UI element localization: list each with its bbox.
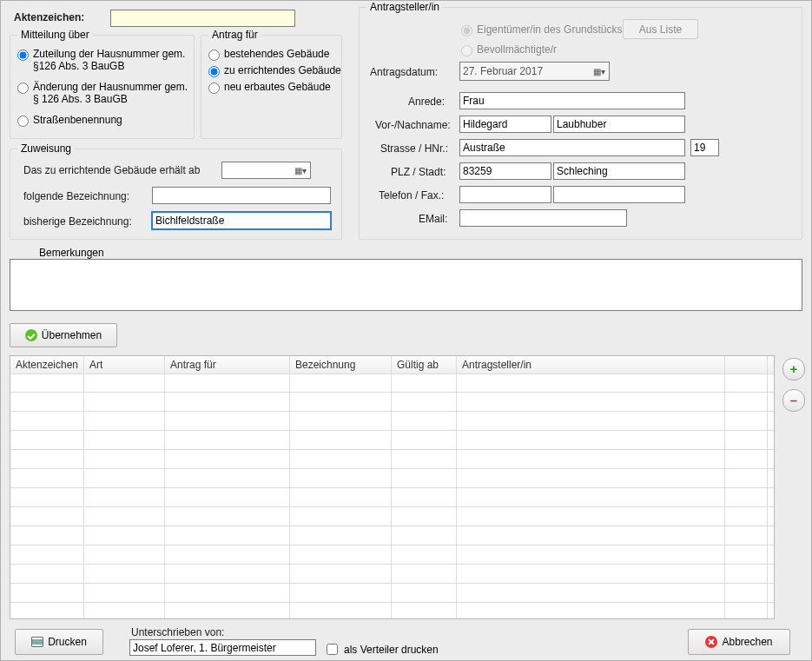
mitteilung-option-1-label: Änderung der Hausnummer gem. § 126 Abs. … — [33, 81, 189, 105]
plus-icon: + — [790, 361, 798, 376]
telefon-input[interactable] — [459, 186, 551, 203]
als-verteiler-check[interactable]: als Verteiler drucken — [323, 641, 439, 658]
antragfuer-option-1-label: zu errichtendes Gebäude — [224, 64, 341, 76]
als-verteiler-label: als Verteiler drucken — [344, 644, 439, 656]
radio-mitteilung-2[interactable] — [17, 116, 29, 127]
group-antragfuer: Antrag für bestehendes Gebäude zu errich… — [201, 35, 342, 139]
zuweisung-folgende-input[interactable] — [152, 187, 331, 204]
table-row[interactable] — [10, 393, 774, 412]
aktenzeichen-input[interactable] — [110, 10, 295, 27]
email-label: EMail: — [419, 213, 447, 225]
drucken-button[interactable]: Drucken — [15, 629, 103, 655]
aus-liste-button-label: Aus Liste — [639, 23, 682, 36]
group-zuweisung-legend: Zuweisung — [17, 142, 75, 155]
add-row-button[interactable]: + — [782, 358, 805, 380]
radio-mitteilung-1[interactable] — [17, 83, 29, 94]
table-row[interactable] — [10, 469, 774, 488]
plz-input[interactable] — [459, 162, 551, 180]
radio-mitteilung-0[interactable] — [17, 50, 29, 61]
printer-icon — [31, 637, 43, 647]
stadt-input[interactable] — [553, 162, 685, 180]
radio-antragfuer-0[interactable] — [208, 50, 220, 61]
cancel-icon — [705, 636, 717, 648]
group-bemerkungen-legend: Bemerkungen — [36, 247, 108, 259]
group-bemerkungen: Bemerkungen — [10, 248, 802, 316]
form-root: Aktenzeichen: Mitteilung über Zuteilung … — [0, 0, 812, 661]
antragfuer-option-0-label: bestehendes Gebäude — [224, 48, 329, 60]
grid-header-antragfuer[interactable]: Antrag für — [165, 356, 290, 373]
abbrechen-button[interactable]: Abbrechen — [688, 629, 790, 655]
table-row[interactable] — [10, 526, 774, 545]
aktenzeichen-label: Aktenzeichen: — [14, 11, 84, 23]
radio-antragfuer-1[interactable] — [208, 66, 220, 77]
strasse-input[interactable] — [459, 139, 685, 156]
role-option-0-label: Eigentümer/in des Grundstücks — [477, 23, 622, 36]
name-label: Vor-/Nachname: — [375, 119, 451, 131]
calendar-dropdown-icon[interactable]: ▦▾ — [294, 163, 307, 177]
table-row[interactable] — [10, 431, 774, 450]
grid-header-gueltigab[interactable]: Gültig ab — [392, 356, 457, 373]
abbrechen-button-label: Abbrechen — [722, 636, 772, 648]
uebernehmen-button-label: Übernehmen — [42, 329, 102, 341]
radio-role-0 — [461, 25, 472, 36]
drucken-button-label: Drucken — [48, 636, 87, 648]
antragsdatum-value: 27. Februar 2017 — [463, 65, 543, 77]
antragfuer-option-2[interactable]: neu erbautes Gebäude — [208, 81, 341, 94]
fax-input[interactable] — [553, 186, 685, 203]
table-row[interactable] — [10, 488, 774, 507]
antragsdatum-picker[interactable]: 27. Februar 2017 ▦▾ — [459, 62, 610, 81]
grid-header-bezeichnung[interactable]: Bezeichnung — [290, 356, 392, 373]
grid-header-aktenzeichen[interactable]: Aktenzeichen — [10, 356, 84, 373]
unterzeichner-input[interactable] — [129, 639, 316, 656]
table-row[interactable] — [10, 450, 774, 469]
group-mitteilung-legend: Mitteilung über — [17, 29, 93, 41]
plz-label: PLZ / Stadt: — [391, 166, 446, 178]
zuweisung-date-picker[interactable]: ▦▾ — [221, 162, 311, 179]
grid-header: Aktenzeichen Art Antrag für Bezeichnung … — [10, 356, 774, 374]
antragsdatum-label: Antragsdatum: — [370, 66, 438, 78]
hnr-input[interactable] — [690, 139, 719, 156]
bemerkungen-textarea[interactable] — [10, 259, 802, 311]
table-row[interactable] — [10, 373, 774, 393]
radio-antragfuer-2[interactable] — [208, 83, 220, 94]
zuweisung-line2-label: folgende Bezeichnung: — [23, 190, 129, 202]
strasse-label: Strasse / HNr.: — [380, 142, 448, 155]
aus-liste-button: Aus Liste — [623, 19, 698, 39]
grid-header-antragsteller[interactable]: Antragsteller/in — [457, 356, 725, 373]
anrede-input[interactable] — [459, 92, 685, 109]
group-antragsteller-legend: Antragsteller/in — [366, 1, 443, 13]
table-row[interactable] — [10, 507, 774, 526]
mitteilung-option-0-label: Zuteilung der Hausnummer gem. §126 Abs. … — [33, 48, 189, 72]
group-antragfuer-legend: Antrag für — [208, 29, 261, 41]
table-row[interactable] — [10, 412, 774, 431]
grid-header-spare[interactable] — [725, 356, 768, 373]
grid-body[interactable] — [10, 373, 774, 618]
anrede-label: Anrede: — [408, 96, 445, 108]
minus-icon: – — [790, 393, 797, 407]
als-verteiler-checkbox[interactable] — [327, 644, 338, 655]
uebernehmen-button[interactable]: Übernehmen — [10, 323, 117, 347]
antragfuer-option-0[interactable]: bestehendes Gebäude — [208, 48, 341, 61]
nachname-input[interactable] — [553, 116, 685, 133]
table-row[interactable] — [10, 565, 774, 584]
calendar-dropdown-icon-2[interactable]: ▦▾ — [592, 64, 606, 78]
grid-header-art[interactable]: Art — [84, 356, 165, 373]
zuweisung-bisherige-input[interactable] — [152, 212, 331, 229]
table-row[interactable] — [10, 584, 774, 603]
vorname-input[interactable] — [459, 116, 551, 133]
radio-role-1 — [461, 45, 472, 56]
group-zuweisung: Zuweisung Das zu errichtende Gebäude erh… — [10, 149, 342, 240]
table-row[interactable] — [10, 545, 774, 565]
mitteilung-option-0[interactable]: Zuteilung der Hausnummer gem. §126 Abs. … — [17, 48, 194, 72]
delete-row-button[interactable]: – — [782, 389, 805, 412]
mitteilung-option-1[interactable]: Änderung der Hausnummer gem. § 126 Abs. … — [17, 81, 194, 105]
table-row[interactable] — [10, 603, 774, 618]
result-grid[interactable]: Aktenzeichen Art Antrag für Bezeichnung … — [10, 355, 775, 619]
role-option-1-label: Bevollmächtigte/r — [477, 43, 557, 56]
email-input[interactable] — [459, 209, 627, 227]
role-option-0: Eigentümer/in des Grundstücks — [461, 23, 622, 36]
mitteilung-option-2[interactable]: Straßenbenennung — [17, 114, 194, 127]
mitteilung-option-2-label: Straßenbenennung — [33, 114, 122, 126]
check-icon — [25, 329, 37, 341]
antragfuer-option-1[interactable]: zu errichtendes Gebäude — [208, 64, 341, 77]
